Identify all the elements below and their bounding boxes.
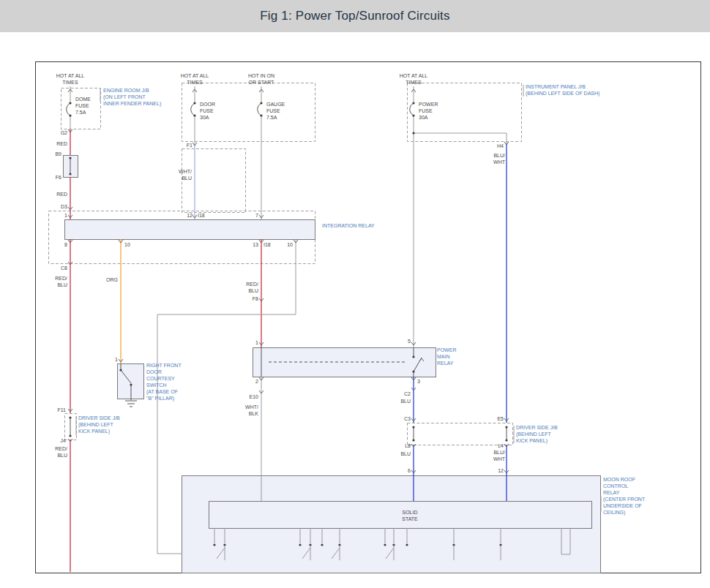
red-blu-label-3: RED/ BLU bbox=[55, 445, 67, 459]
ir-pin-13: 13 bbox=[253, 241, 258, 248]
f1-label: F1 bbox=[187, 142, 193, 148]
red-blu-label-1: RED/ BLU bbox=[55, 275, 67, 288]
b9-label: B9 bbox=[55, 151, 61, 157]
driver-side-jb-label-left: DRIVER SIDE J/B (BEHIND LEFT KICK PANEL) bbox=[78, 415, 120, 434]
door-fuse-label: DOOR FUSE 30A bbox=[200, 101, 215, 121]
driver-side-jb-label-right: DRIVER SIDE J/B (BEHIND LEFT KICK PANEL) bbox=[516, 424, 558, 444]
red-label-1: RED bbox=[56, 140, 67, 147]
ir-pin-8: 8 bbox=[64, 241, 67, 248]
j4-label: J4 bbox=[61, 437, 66, 444]
ir-pin-1: 1 bbox=[64, 212, 67, 219]
wht-blk-label: WHT/ BLK bbox=[245, 404, 258, 417]
hot-at-all-times-3: HOT AT ALL TIMES bbox=[400, 72, 428, 86]
dome-fuse-label: DOME FUSE 7.5A bbox=[75, 96, 91, 116]
integration-relay-label: INTEGRATION RELAY bbox=[322, 222, 375, 229]
pmr-pin-1: 1 bbox=[255, 339, 258, 346]
ir-pin-i18-top: I18 bbox=[198, 212, 205, 219]
solid-state-label: SOLID STATE bbox=[402, 509, 418, 522]
pmr-pin-5: 5 bbox=[408, 338, 411, 344]
ir-pin-i18-bottom: I18 bbox=[264, 241, 271, 248]
figure-page: Fig 1: Power Top/Sunroof Circuits HOT AT… bbox=[0, 0, 710, 588]
blu-wht-label-2: BLU/ WHT bbox=[493, 152, 505, 165]
instrument-panel-jb-label: INSTRUMENT PANEL J/B (BEHIND LEFT SIDE O… bbox=[526, 83, 599, 97]
e5-label: E5 bbox=[497, 415, 504, 422]
f6-label: F6 bbox=[56, 174, 61, 181]
engine-room-jb-label: ENGINE ROOM J/B (ON LEFT FRONT INNER FEN… bbox=[103, 87, 161, 107]
mr-pin-6: 6 bbox=[408, 467, 411, 474]
red-blu-label-2: RED/ BLU bbox=[246, 281, 258, 294]
power-main-relay-label: POWER MAIN RELAY bbox=[437, 347, 456, 366]
e10-label: E10 bbox=[250, 393, 258, 400]
c2-label: C2 bbox=[404, 391, 411, 397]
pmr-pin-3: 3 bbox=[417, 378, 420, 385]
ir-pin-10a: 10 bbox=[124, 241, 130, 248]
red-label-2: RED bbox=[56, 191, 67, 197]
mr-pin-12: 12 bbox=[498, 467, 504, 474]
d3-label: D3 bbox=[61, 203, 67, 210]
hot-in-on-or-start: HOT IN ON OR START bbox=[248, 72, 274, 86]
c8-label: C8 bbox=[61, 265, 67, 271]
c3-label: C3 bbox=[404, 415, 411, 422]
blu-label-2: BLU bbox=[400, 451, 411, 457]
f8-label: F8 bbox=[253, 295, 258, 302]
hot-at-all-times-2: HOT AT ALL TIMES bbox=[181, 72, 209, 86]
l4-label: L4 bbox=[498, 442, 504, 449]
org-label: ORG bbox=[106, 276, 118, 283]
pmr-pin-2: 2 bbox=[255, 378, 258, 385]
h4-label: H4 bbox=[497, 143, 504, 149]
wht-blu-label: WHT/ BLU bbox=[179, 168, 192, 181]
blu-label-1: BLU bbox=[400, 398, 411, 404]
hot-at-all-times-1: HOT AT ALL TIMES bbox=[56, 72, 85, 86]
moon-roof-relay-label: MOON ROOF CONTROL RELAY (CENTER FRONT UN… bbox=[603, 476, 645, 516]
l8-label: L8 bbox=[405, 442, 411, 449]
diagram-labels-layer: HOT AT ALL TIMESHOT AT ALL TIMESHOT IN O… bbox=[0, 0, 710, 588]
ir-pin-10b: 10 bbox=[287, 241, 293, 248]
g2-label: G2 bbox=[61, 129, 67, 136]
ir-pin-7: 7 bbox=[255, 212, 258, 219]
ir-pin-12: 12 bbox=[187, 212, 193, 219]
gauge-fuse-label: GAUGE FUSE 7.5A bbox=[266, 101, 285, 121]
courtesy-switch-label: RIGHT FRONT DOOR COURTESY SWITCH (AT BAS… bbox=[146, 362, 182, 402]
power-fuse-label: POWER FUSE 30A bbox=[419, 101, 438, 121]
blu-wht-label-1: BLU/ WHT bbox=[493, 449, 505, 462]
sw-pin-1: 1 bbox=[115, 356, 118, 363]
f11-label: F11 bbox=[57, 407, 66, 413]
